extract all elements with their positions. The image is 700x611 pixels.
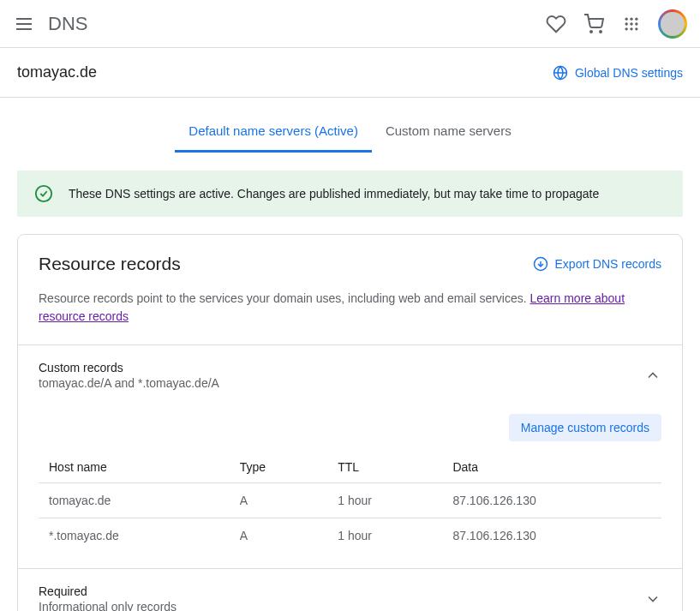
- top-right: [546, 10, 686, 38]
- domain-name: tomayac.de: [17, 63, 97, 81]
- resource-records-title: Resource records: [39, 254, 181, 274]
- svg-point-5: [625, 22, 628, 25]
- resource-records-description: Resource records point to the services y…: [39, 290, 661, 326]
- svg-point-9: [630, 27, 632, 30]
- app-title: DNS: [48, 13, 87, 35]
- avatar[interactable]: [659, 10, 686, 38]
- cell-ttl: 1 hour: [327, 483, 442, 518]
- tabs: Default name servers (Active) Custom nam…: [0, 111, 700, 153]
- tab-default-name-servers[interactable]: Default name servers (Active): [175, 111, 372, 153]
- chevron-down-icon: [644, 590, 661, 608]
- required-title: Required: [39, 584, 87, 598]
- download-icon: [533, 256, 548, 272]
- export-dns-records-link[interactable]: Export DNS records: [533, 256, 661, 272]
- required-records-section: Required Informational only records: [18, 568, 682, 611]
- svg-point-0: [590, 31, 592, 33]
- col-data: Data: [442, 452, 661, 483]
- records-table: Host name Type TTL Data tomayac.de A 1 h…: [39, 452, 661, 553]
- globe-icon: [553, 65, 568, 81]
- global-dns-settings-link[interactable]: Global DNS settings: [553, 65, 683, 81]
- svg-point-3: [630, 17, 632, 20]
- col-host: Host name: [39, 452, 230, 483]
- svg-point-6: [630, 22, 632, 25]
- cell-host: tomayac.de: [39, 483, 230, 518]
- cell-type: A: [230, 518, 328, 554]
- export-label: Export DNS records: [555, 257, 661, 271]
- cell-data: 87.106.126.130: [442, 518, 661, 554]
- manage-custom-records-button[interactable]: Manage custom records: [509, 414, 661, 441]
- description-text: Resource records point to the services y…: [39, 291, 530, 305]
- custom-records-subtitle: tomayac.de/A and *.tomayac.de/A: [39, 376, 219, 390]
- svg-point-8: [625, 27, 628, 30]
- tab-custom-name-servers[interactable]: Custom name servers: [372, 111, 525, 153]
- svg-point-2: [625, 17, 628, 20]
- custom-records-section: Custom records tomayac.de/A and *.tomaya…: [18, 344, 682, 568]
- top-bar: DNS: [0, 0, 700, 48]
- svg-point-1: [600, 31, 601, 33]
- resource-records-card: Resource records Export DNS records Reso…: [17, 234, 683, 611]
- cell-data: 87.106.126.130: [442, 483, 661, 518]
- custom-records-title: Custom records: [39, 361, 123, 374]
- menu-icon[interactable]: [14, 14, 34, 34]
- top-left: DNS: [14, 13, 87, 35]
- apps-icon[interactable]: [621, 14, 642, 34]
- custom-records-toggle[interactable]: Custom records tomayac.de/A and *.tomaya…: [39, 361, 661, 390]
- status-banner: These DNS settings are active. Changes a…: [17, 171, 683, 217]
- table-row: *.tomayac.de A 1 hour 87.106.126.130: [39, 518, 661, 554]
- svg-point-10: [635, 27, 637, 30]
- svg-point-4: [635, 17, 637, 20]
- col-type: Type: [230, 452, 328, 483]
- required-subtitle: Informational only records: [39, 600, 176, 611]
- heart-icon[interactable]: [546, 14, 566, 34]
- card-header-section: Resource records Export DNS records Reso…: [18, 235, 682, 344]
- cart-icon[interactable]: [583, 14, 604, 34]
- table-row: tomayac.de A 1 hour 87.106.126.130: [39, 483, 661, 518]
- col-ttl: TTL: [327, 452, 442, 483]
- banner-message: These DNS settings are active. Changes a…: [69, 187, 599, 201]
- cell-host: *.tomayac.de: [39, 518, 230, 554]
- domain-bar: tomayac.de Global DNS settings: [0, 48, 700, 98]
- cell-type: A: [230, 483, 328, 518]
- svg-point-13: [36, 186, 51, 201]
- check-circle-icon: [34, 184, 53, 203]
- svg-point-7: [635, 22, 637, 25]
- chevron-up-icon: [644, 367, 661, 384]
- global-settings-label: Global DNS settings: [575, 66, 683, 80]
- cell-ttl: 1 hour: [327, 518, 442, 554]
- required-records-toggle[interactable]: Required Informational only records: [39, 584, 661, 611]
